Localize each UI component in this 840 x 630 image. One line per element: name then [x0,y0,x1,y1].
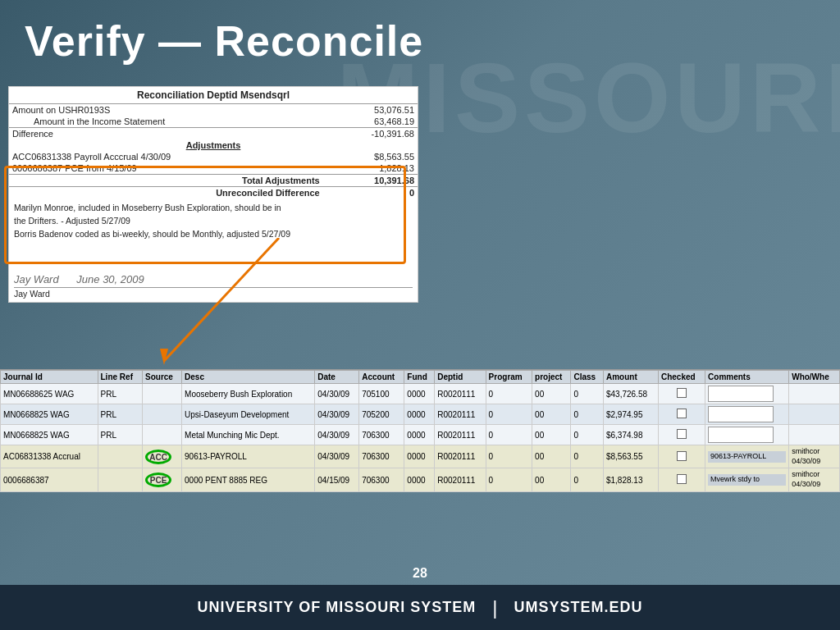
row-value: $8,563.55 [323,151,418,162]
cell-project: 00 [532,468,571,491]
row-value: -10,391.68 [323,128,418,140]
cell-program: 0 [486,425,532,445]
col-project: project [532,371,571,384]
cell-fund: 0000 [404,384,435,404]
footer-right: UMSYSTEM.EDU [514,599,642,616]
cell-date: 04/30/09 [315,404,359,425]
footer-left: UNIVERSITY OF MISSOURI SYSTEM [198,599,477,616]
cell-line-ref: PRL [98,384,143,404]
table-header-row: Journal Id Line Ref Source Desc Date Acc… [1,371,840,384]
col-class: Class [571,371,604,384]
comment-input[interactable] [708,427,774,443]
checkbox[interactable] [677,388,687,398]
cell-fund: 0000 [404,425,435,445]
row-value: 1,828.13 [323,162,418,175]
cell-deptid: R0020111 [435,445,486,468]
cell-checked [658,404,705,425]
cell-program: 0 [486,445,532,468]
row-label: Amount on USHR0193S [9,104,323,116]
signature-cursive: Jay Ward June 30, 2009 [14,273,413,285]
cell-date: 04/30/09 [315,445,359,468]
cell-line-ref: PRL [98,404,143,425]
cell-comments: 90613-PAYROLL [705,445,789,468]
cell-who-whe [789,384,840,404]
checkbox[interactable] [677,474,687,484]
cell-account: 706300 [359,425,404,445]
cell-date: 04/30/09 [315,425,359,445]
signature-area: Jay Ward June 30, 2009 Jay Ward [9,270,418,302]
cell-fund: 0000 [404,445,435,468]
row-value: 63,468.19 [323,116,418,128]
cell-class: 0 [571,445,604,468]
cell-source [143,404,182,425]
cell-checked [658,468,705,491]
notes-area: Marilyn Monroe, included in Moseberry Bu… [9,199,418,244]
table-row: 0006686387 PCE from 4/15/09 1,828.13 [9,162,418,175]
checkbox[interactable] [677,429,687,439]
row-value: 53,076.51 [323,104,418,116]
col-deptid: Deptid [435,371,486,384]
footer: UNIVERSITY OF MISSOURI SYSTEM | UMSYSTEM… [0,585,840,630]
cell-who-whe [789,425,840,445]
cell-journal-id: AC06831338 Accrual [1,445,98,468]
checkbox[interactable] [677,409,687,418]
cell-comments [705,404,789,425]
footer-divider: | [492,596,497,619]
row-label: Total Adjustments [9,175,323,187]
cell-amount: $6,374.98 [603,425,658,445]
cell-deptid: R0020111 [435,468,486,491]
col-desc: Desc [182,371,315,384]
note-line: Marilyn Monroe, included in Moseberry Bu… [14,202,413,215]
row-label: ACC06831338 Payroll Acccrual 4/30/09 [9,151,323,162]
cell-journal-id: MN0668825 WAG [1,425,98,445]
cell-desc: 90613-PAYROLL [182,445,315,468]
cell-deptid: R0020111 [435,384,486,404]
row-value: 0 [323,187,418,199]
row-value: 10,391.68 [323,175,418,187]
table-row: Difference -10,391.68 [9,128,418,140]
cell-amount: $2,974.95 [603,404,658,425]
col-amount: Amount [603,371,658,384]
cell-deptid: R0020111 [435,425,486,445]
col-account: Account [359,371,404,384]
cell-project: 00 [532,445,571,468]
cell-source: PCE [143,468,182,491]
cell-checked [658,445,705,468]
page-number: 28 [413,566,427,581]
row-label: Difference [9,128,323,140]
col-source: Source [143,371,182,384]
cell-fund: 0000 [404,404,435,425]
page-title: Verify — Reconcile [25,16,423,66]
note-line: the Drifters. - Adjusted 5/27/09 [14,215,413,228]
row-label: Amount in the Income Statement [9,116,323,128]
cell-comments: Mvewrk stdy to [705,468,789,491]
comment-input[interactable] [708,406,774,422]
cell-account: 706300 [359,468,404,491]
cell-amount: $43,726.58 [603,384,658,404]
checkbox[interactable] [677,451,687,461]
cell-who-whe: smithcor04/30/09 [789,445,840,468]
comment-cell: Mvewrk stdy to [708,474,786,486]
recon-header: Reconciliation Deptid Msendsqrl [9,87,418,104]
cell-source: ACC [143,445,182,468]
table-row: ACC06831338 Payroll Acccrual 4/30/09 $8,… [9,151,418,162]
cell-line-ref [98,468,143,491]
comment-input[interactable] [708,386,774,402]
table-row: Total Adjustments 10,391.68 [9,175,418,187]
cell-class: 0 [571,384,604,404]
cell-journal-id: 0006686387 [1,468,98,491]
table-row: MN06688625 WAG PRL Mooseberry Bush Explo… [1,384,840,404]
cell-project: 00 [532,404,571,425]
cell-program: 0 [486,384,532,404]
cell-project: 00 [532,425,571,445]
blank-rows [9,244,418,270]
comment-cell: 90613-PAYROLL [708,451,786,463]
cell-desc: 0000 PENT 8885 REG [182,468,315,491]
section-header: Adjustments [9,139,418,151]
cell-amount: $8,563.55 [603,445,658,468]
col-who-whe: Who/Whe [789,371,840,384]
cell-line-ref: PRL [98,425,143,445]
col-fund: Fund [404,371,435,384]
cell-who-whe: smithcor04/30/09 [789,468,840,491]
col-date: Date [315,371,359,384]
